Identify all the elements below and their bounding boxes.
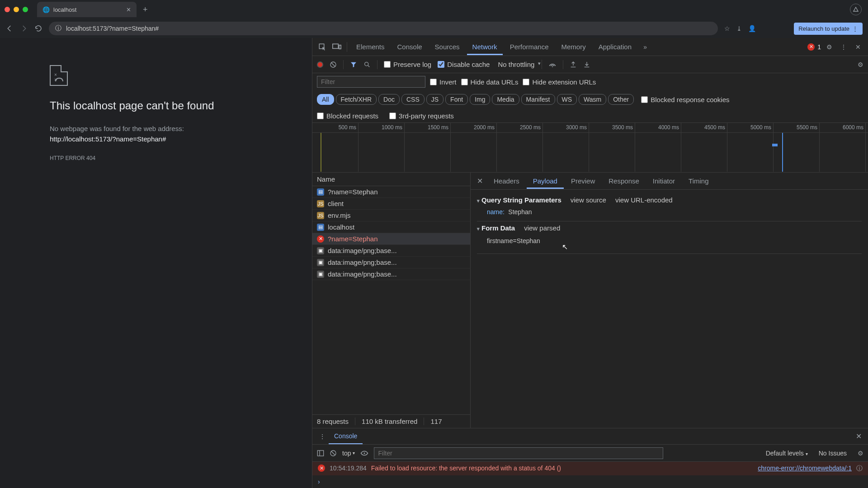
install-icon[interactable]: ⤓	[736, 25, 742, 32]
filter-icon[interactable]	[350, 61, 357, 68]
console-error-row[interactable]: ✕ 10:54:19.284 Failed to load resource: …	[312, 462, 868, 475]
detail-tab-timing[interactable]: Timing	[682, 173, 715, 189]
svg-point-5	[552, 66, 553, 67]
omnibox[interactable]: ⓘ localhost:5173/?name=Stephan#	[49, 22, 718, 35]
close-drawer-icon[interactable]: ✕	[856, 432, 864, 441]
detail-tab-response[interactable]: Response	[602, 173, 646, 189]
tab-performance[interactable]: Performance	[505, 38, 554, 55]
browser-tab[interactable]: 🌐 localhost ✕	[37, 2, 137, 17]
relaunch-button[interactable]: Relaunch to update ⋮	[794, 23, 863, 35]
type-fetch[interactable]: Fetch/XHR	[336, 94, 377, 105]
type-ws[interactable]: WS	[557, 94, 577, 105]
tab-console[interactable]: Console	[392, 38, 428, 55]
forward-button[interactable]	[20, 24, 28, 33]
maximize-window-icon[interactable]	[23, 7, 28, 12]
type-other[interactable]: Other	[608, 94, 634, 105]
levels-select[interactable]: Default levels	[766, 450, 808, 457]
type-css[interactable]: CSS	[401, 94, 425, 105]
new-tab-button[interactable]: +	[140, 5, 151, 14]
record-button[interactable]	[317, 61, 323, 68]
tab-memory[interactable]: Memory	[556, 38, 591, 55]
detail-tab-initiator[interactable]: Initiator	[646, 173, 681, 189]
close-detail-icon[interactable]: ✕	[473, 177, 486, 185]
hide-ext-urls-checkbox[interactable]: Hide extension URLs	[523, 78, 596, 86]
minimize-window-icon[interactable]	[14, 7, 19, 12]
inspect-icon[interactable]	[316, 41, 329, 53]
tab-network[interactable]: Network	[467, 38, 503, 55]
clear-icon[interactable]	[330, 61, 337, 68]
site-info-icon[interactable]: ⓘ	[55, 24, 61, 33]
back-button[interactable]	[5, 24, 14, 33]
device-icon[interactable]	[330, 41, 343, 53]
request-row[interactable]: ▤localhost	[312, 221, 470, 233]
type-wasm[interactable]: Wasm	[579, 94, 606, 105]
more-tabs-icon[interactable]: »	[639, 41, 651, 53]
type-img[interactable]: Img	[470, 94, 490, 105]
request-row[interactable]: ▣data:image/png;base...	[312, 257, 470, 268]
detail-tab-payload[interactable]: Payload	[527, 173, 564, 189]
drawer-kebab-icon[interactable]: ⋮	[316, 430, 329, 443]
waterfall[interactable]: 500 ms1000 ms1500 ms2000 ms2500 ms3000 m…	[312, 123, 868, 173]
issues-label[interactable]: No Issues	[819, 450, 847, 457]
type-media[interactable]: Media	[492, 94, 519, 105]
type-all[interactable]: All	[317, 94, 334, 105]
invert-checkbox[interactable]: Invert	[430, 78, 457, 86]
console-sidebar-icon[interactable]	[317, 450, 324, 457]
close-devtools-icon[interactable]: ✕	[852, 41, 864, 53]
request-row[interactable]: ▤?name=Stephan	[312, 186, 470, 198]
context-select[interactable]: top▾	[342, 450, 355, 457]
form-data-heading[interactable]: Form Data	[477, 224, 515, 232]
blocked-cookies-checkbox[interactable]: Blocked response cookies	[641, 96, 729, 103]
settings-icon[interactable]: ⚙	[823, 41, 835, 53]
request-list-header[interactable]: Name	[312, 173, 470, 186]
request-row[interactable]: ▣data:image/png;base...	[312, 268, 470, 280]
type-doc[interactable]: Doc	[378, 94, 400, 105]
console-settings-icon[interactable]: ⚙	[858, 450, 863, 457]
close-tab-icon[interactable]: ✕	[126, 6, 131, 13]
error-badge[interactable]: ✕ 1	[807, 43, 821, 51]
chrome-menu-icon[interactable]	[850, 4, 862, 15]
tab-sources[interactable]: Sources	[429, 38, 465, 55]
tab-application[interactable]: Application	[593, 38, 637, 55]
console-prompt[interactable]: ›	[312, 475, 868, 488]
blocked-requests-checkbox[interactable]: Blocked requests	[317, 112, 378, 120]
tab-elements[interactable]: Elements	[351, 38, 390, 55]
kebab-icon[interactable]: ⋮	[837, 41, 850, 53]
bookmark-icon[interactable]: ☆	[724, 25, 730, 32]
detail-tab-preview[interactable]: Preview	[565, 173, 601, 189]
filter-input[interactable]	[317, 76, 425, 88]
third-party-checkbox[interactable]: 3rd-party requests	[389, 112, 454, 120]
hide-data-urls-checkbox[interactable]: Hide data URLs	[461, 78, 519, 86]
request-row[interactable]: JSenv.mjs	[312, 210, 470, 221]
profile-icon[interactable]: 👤	[748, 25, 756, 32]
reload-button[interactable]	[34, 24, 42, 33]
clear-console-icon[interactable]	[330, 450, 337, 457]
search-icon[interactable]	[363, 61, 371, 68]
query-params-heading[interactable]: Query String Parameters	[477, 196, 561, 204]
request-row[interactable]: ▣data:image/png;base...	[312, 245, 470, 257]
drawer-tab-console[interactable]: Console	[329, 429, 363, 444]
request-row[interactable]: JSclient	[312, 198, 470, 210]
upload-har-icon[interactable]	[570, 61, 577, 68]
type-font[interactable]: Font	[445, 94, 468, 105]
network-conditions-icon[interactable]	[548, 61, 557, 68]
request-row[interactable]: ✕?name=Stephan	[312, 233, 470, 245]
close-window-icon[interactable]	[5, 7, 10, 12]
preserve-log-checkbox[interactable]: Preserve log	[384, 61, 431, 68]
console-filter-input[interactable]	[374, 447, 663, 459]
msg-source[interactable]: chrome-error://chromewebdata/:1	[758, 465, 852, 472]
type-js[interactable]: JS	[426, 94, 443, 105]
detail-tab-headers[interactable]: Headers	[487, 173, 526, 189]
throttling-select[interactable]: No throttling	[496, 60, 542, 69]
download-har-icon[interactable]	[583, 61, 590, 68]
type-manifest[interactable]: Manifest	[521, 94, 555, 105]
disable-cache-checkbox[interactable]: Disable cache	[438, 61, 490, 68]
js-icon: JS	[317, 212, 324, 219]
live-expression-icon[interactable]	[360, 450, 368, 456]
msg-info-icon[interactable]: ⓘ	[856, 465, 863, 473]
view-url-encoded-link[interactable]: view URL-encoded	[615, 196, 673, 204]
view-source-link[interactable]: view source	[571, 196, 606, 204]
waterfall-tick: 4500 ms	[681, 123, 727, 132]
network-settings-icon[interactable]: ⚙	[858, 61, 863, 68]
view-parsed-link[interactable]: view parsed	[524, 224, 560, 232]
